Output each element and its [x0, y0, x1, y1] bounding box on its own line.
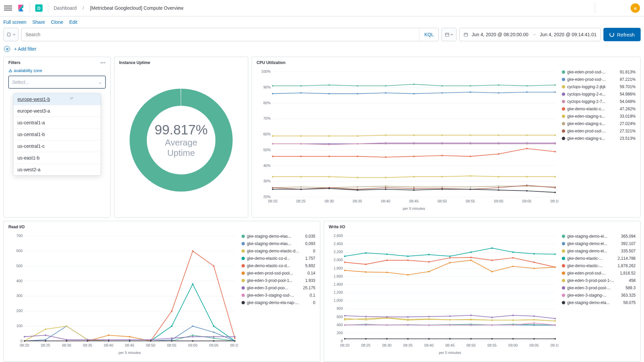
legend-item[interactable]: gke-staging-demo-el... 365.094 [562, 234, 636, 239]
svg-point-391 [407, 274, 409, 276]
svg-point-75 [498, 134, 499, 136]
legend-item[interactable]: gke-eden-staging-s... 33.019% [562, 114, 636, 119]
svg-text:400: 400 [16, 279, 22, 283]
kibana-logo-icon[interactable] [17, 5, 24, 11]
svg-text:08:20: 08:20 [268, 199, 277, 203]
legend-item[interactable]: cyclops-logging-2-7... 54.048% [562, 99, 636, 104]
legend-value: 54.986% [620, 92, 636, 97]
dropdown-option[interactable]: europe-west1-b☜ [13, 94, 101, 105]
breadcrumb-root[interactable]: Dashboard [54, 5, 77, 11]
refresh-button[interactable]: Refresh [603, 28, 641, 41]
legend-name: gke-staging-demo-ela... [567, 300, 621, 305]
svg-text:40%: 40% [263, 164, 271, 168]
dropdown-option[interactable]: us-west2-a [13, 164, 101, 175]
legend-item[interactable]: gke-staging-demo-ela... 58.075 [562, 300, 636, 305]
svg-point-144 [272, 188, 273, 190]
legend-item[interactable]: gke-demo-elastic-... 2,114.786 [562, 256, 636, 261]
legend-item[interactable]: gke-eden-prod-ssd-... 1,816.52 [562, 271, 636, 276]
edit-link[interactable]: Edit [69, 19, 77, 25]
legend-item[interactable]: gke-eden-3-prod-pool-1-... 458 [562, 278, 636, 283]
svg-point-408 [533, 319, 535, 320]
legend-dot [562, 264, 565, 267]
legend-item[interactable]: gke-eden-prod-ssd-... 27.321% [562, 129, 636, 133]
legend-item[interactable]: gke-staging-demo-ela-nap-... 0 [241, 300, 315, 305]
saved-query-button[interactable] [3, 28, 18, 41]
svg-point-73 [441, 134, 443, 136]
legend-item[interactable]: cyclops-logging-2-n... 54.986% [562, 92, 636, 97]
fullscreen-link[interactable]: Full screen [3, 19, 26, 25]
svg-text:08:50: 08:50 [437, 199, 447, 203]
svg-point-370 [428, 254, 430, 255]
clone-link[interactable]: Clone [51, 19, 63, 25]
legend-value: 0.093 [305, 241, 315, 246]
legend-item[interactable]: gke-staging-demo-elas... 0.093 [241, 241, 315, 246]
dropdown-option[interactable]: us-central1-b [13, 129, 101, 140]
svg-point-407 [512, 319, 514, 321]
svg-point-261 [45, 335, 46, 336]
kql-toggle[interactable]: KQL [419, 28, 438, 41]
legend-item[interactable]: gke-staging-demo-el... 392.107 [562, 241, 636, 246]
svg-text:100%: 100% [261, 69, 271, 73]
legend-item[interactable]: gke-demo-elastic-co-d... 1.757 [241, 256, 315, 261]
legend-item[interactable]: gke-eden-staging-s... 23.513% [562, 136, 636, 141]
arrow-right-icon: → [532, 32, 536, 37]
legend-item[interactable]: gke-demo-elastic-... 1,878.262 [562, 263, 636, 268]
svg-text:2,200: 2,200 [333, 250, 343, 254]
date-quick-button[interactable] [441, 28, 457, 41]
svg-point-389 [365, 271, 367, 273]
legend-item[interactable]: gke-eden-staging-s... 27.024% [562, 121, 636, 126]
legend-item[interactable]: gke-eden-3-prod-pool-... 589.3 [562, 286, 636, 290]
legend-item[interactable]: gke-eden-3-prod-poo... 25.175 [241, 286, 315, 290]
legend-item[interactable]: gke-demo-elastic-c... 47.282% [562, 107, 636, 111]
mail-icon[interactable] [611, 3, 623, 13]
svg-text:09:10: 09:10 [550, 343, 558, 347]
date-range-picker[interactable]: Jun 4, 2020 @ 08:20:00.00 → Jun 4, 2020 … [459, 28, 601, 41]
user-avatar[interactable]: e [631, 3, 640, 13]
svg-text:500: 500 [16, 264, 22, 268]
legend-item[interactable]: gke-staging-demo-el... 335.507 [562, 249, 636, 253]
dropdown-option[interactable]: us-east1-b [13, 152, 101, 164]
add-filter-button[interactable]: + Add filter [14, 46, 37, 52]
svg-point-89 [272, 143, 273, 144]
app-badge[interactable]: D [35, 4, 43, 12]
newsfeed-icon[interactable] [595, 3, 607, 13]
availability-zone-select[interactable]: Select... ⌄ [8, 76, 106, 88]
share-link[interactable]: Share [32, 19, 45, 25]
legend-item[interactable]: gke-staging-demo-elastic-d... 0 [241, 249, 315, 253]
dropdown-option[interactable]: us-central1-a [13, 117, 101, 129]
legend-item[interactable]: gke-staging-demo-elas... 0.035 [241, 234, 315, 239]
legend-item[interactable]: gke-eden-3-staging-ssd-... 0.1 [241, 293, 315, 298]
legend-item[interactable]: gke-eden-prod-ssd-... 91.813% [562, 70, 636, 74]
hamburger-icon[interactable] [4, 4, 12, 12]
svg-point-47 [328, 84, 330, 86]
legend-item[interactable]: gke-demo-elastic-co-d... 5.692 [241, 263, 315, 268]
legend-item[interactable]: cyclops-logging-2-jkjk 59.701% [562, 84, 636, 89]
dropdown-option[interactable]: europe-west3-a [13, 105, 101, 117]
svg-point-52 [470, 85, 471, 86]
svg-point-137 [385, 187, 386, 188]
svg-point-74 [470, 134, 471, 136]
legend-item[interactable]: gke-eden-3-staging-... 363.325 [562, 293, 636, 298]
legend-dot [562, 249, 565, 253]
svg-point-50 [413, 83, 415, 85]
legend-item[interactable]: gke-eden-prod-ssd-... 87.221% [562, 77, 636, 82]
legend-dot [241, 272, 245, 275]
svg-point-119 [498, 176, 499, 177]
svg-point-108 [498, 153, 499, 155]
legend-value: 589.3 [626, 286, 636, 290]
panel-menu-icon[interactable]: ••• [100, 60, 106, 65]
filter-menu-icon[interactable]: ⊕ [4, 46, 10, 52]
svg-point-93 [385, 143, 386, 144]
legend-item[interactable]: gke-eden-prod-ssd-pool... 0.14 [241, 271, 315, 276]
svg-point-64 [498, 92, 499, 94]
legend-value: 363.325 [621, 293, 636, 298]
svg-text:08:50: 08:50 [146, 343, 155, 347]
legend-name: cyclops-logging-2-7... [567, 99, 618, 104]
legend-item[interactable]: gke-eden-3-prod-pool-1... 1.933 [241, 278, 315, 283]
svg-point-411 [365, 316, 367, 317]
dropdown-option[interactable]: us-central1-c [13, 140, 101, 152]
search-input[interactable] [21, 32, 419, 37]
legend-dot [562, 93, 565, 96]
svg-point-367 [365, 252, 367, 254]
svg-point-379 [386, 259, 387, 261]
